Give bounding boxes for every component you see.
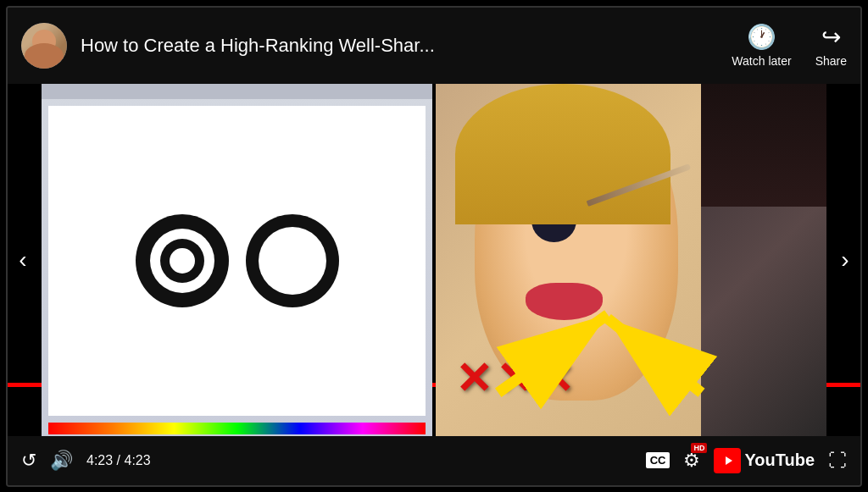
video-player: How to Create a High-Ranking Well-Shar..…	[6, 6, 862, 487]
red-x-3: ✕	[537, 357, 574, 401]
share-label: Share	[815, 54, 847, 68]
youtube-logo[interactable]: YouTube	[714, 448, 815, 473]
watch-later-label: Watch later	[732, 54, 791, 68]
fullscreen-button[interactable]: ⛶	[828, 450, 847, 472]
software-canvas	[48, 106, 426, 416]
volume-icon: 🔊	[50, 450, 73, 472]
avatar[interactable]	[21, 23, 67, 69]
red-x-2: ✕	[496, 357, 533, 401]
controls-bar: ↺ 🔊 4:23 / 4:23 CC ⚙ HD YouTube ⛶	[8, 436, 860, 485]
youtube-icon-box	[714, 448, 741, 473]
badge-1	[136, 214, 229, 307]
prev-button[interactable]: ‹	[8, 235, 38, 285]
top-actions: 🕐 Watch later ↪ Share	[732, 23, 847, 68]
hd-badge: HD	[691, 443, 707, 453]
watch-later-button[interactable]: 🕐 Watch later	[732, 23, 791, 68]
design-software	[42, 84, 432, 436]
share-button[interactable]: ↪ Share	[815, 23, 847, 68]
fullscreen-icon: ⛶	[828, 450, 847, 472]
svg-marker-3	[726, 456, 732, 465]
color-palette-bar	[48, 423, 426, 434]
volume-button[interactable]: 🔊	[50, 450, 73, 472]
replay-button[interactable]: ↺	[21, 450, 36, 472]
watch-later-icon: 🕐	[747, 23, 776, 51]
red-x-area: ✕ ✕ ✕	[455, 357, 574, 401]
badge-2	[246, 214, 339, 307]
badge-core-1	[160, 239, 204, 283]
youtube-play-icon	[719, 455, 736, 467]
time-display: 4:23 / 4:23	[86, 453, 151, 468]
badge-inner-2	[259, 227, 326, 295]
video-title: How to Create a High-Ranking Well-Shar..…	[81, 35, 715, 57]
right-thumbnail: ✕ ✕ ✕	[436, 84, 826, 436]
replay-icon: ↺	[21, 450, 36, 472]
top-bar: How to Create a High-Ranking Well-Shar..…	[8, 8, 860, 84]
red-x-1: ✕	[455, 357, 492, 401]
badge-center-1	[170, 248, 195, 274]
next-button[interactable]: ›	[830, 235, 860, 285]
badge-circle-2	[246, 214, 339, 307]
second-person-hair	[701, 84, 826, 207]
hair	[455, 84, 670, 224]
youtube-text: YouTube	[744, 451, 815, 470]
captions-button[interactable]: CC	[646, 452, 670, 468]
settings-button[interactable]: ⚙ HD	[683, 450, 700, 472]
software-toolbar	[42, 84, 432, 99]
second-person	[701, 84, 826, 436]
video-area: ‹	[8, 84, 860, 436]
share-icon: ↪	[821, 23, 841, 51]
lips	[526, 283, 603, 320]
badge-circle-1	[136, 214, 229, 307]
left-thumbnail	[42, 84, 432, 436]
badge-inner-1	[150, 229, 214, 293]
